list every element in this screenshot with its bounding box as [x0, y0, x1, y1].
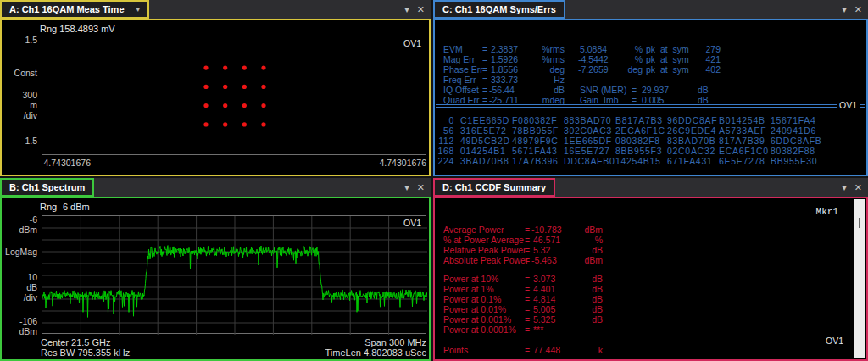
overload-indicator: OV1 — [837, 100, 860, 110]
collapse-caret-icon[interactable]: ▾ — [842, 5, 847, 14]
text-cell: 014254B1 — [460, 146, 505, 156]
collapse-caret-icon[interactable]: ▾ — [404, 183, 409, 192]
overload-indicator: OV1 — [403, 38, 421, 48]
panel-c-content[interactable]: EVM=2.3837%rms5.0884%pk at sym279Mag Err… — [433, 19, 868, 176]
tab-b-spectrum[interactable]: B: Ch1 Spectrum — [0, 178, 94, 197]
text-cell: Power at 0.001% — [443, 314, 511, 325]
panel-b-content: Rng -6 dBm -6 dBm LogMag 10 dB /div -106… — [0, 197, 431, 361]
spectrum-plot-area[interactable]: OV1 — [42, 215, 426, 334]
spectrum-canvas — [42, 216, 427, 335]
text-cell: = — [525, 284, 530, 294]
text-cell: %rms — [522, 54, 565, 64]
panel-spectrum: B: Ch1 Spectrum ▾ ✕ Rng -6 dBm -6 dBm Lo… — [0, 178, 431, 361]
y-axis-scale-unit: dB — [2, 282, 37, 292]
x-axis-left-label: -4.74301676 — [41, 158, 91, 168]
span-label: Span 300 MHz — [257, 337, 426, 347]
text-cell: 240941D6 — [771, 125, 816, 136]
collapse-caret-icon[interactable]: ▾ — [404, 5, 409, 14]
text-cell: = — [525, 255, 530, 265]
text-cell: Power at 0.0001% — [443, 325, 516, 335]
collapse-caret-icon[interactable]: ▾ — [842, 183, 847, 192]
panel-d-content[interactable]: Mkr1 Average Power=-10.783dBm% at Power … — [433, 197, 868, 361]
tab-d-label: D: Ch1 CCDF Summary — [442, 182, 546, 192]
y-axis-bottom-label: -1.5 — [2, 136, 37, 146]
scrollbar-thumb[interactable] — [859, 218, 860, 228]
close-icon[interactable]: ✕ — [854, 183, 862, 192]
text-cell: = — [525, 235, 530, 245]
center-freq-label: Center 21.5 GHz — [41, 337, 111, 347]
tab-dropdown-caret-icon[interactable]: ▾ — [136, 5, 141, 14]
y-axis-scale-label: 300 — [2, 90, 37, 100]
panel-ccdf-summary: D: Ch1 CCDF Summary ▾ ✕ Mkr1 Average Pow… — [433, 178, 868, 361]
x-axis-right-label: 4.74301676 — [257, 158, 426, 168]
section-divider-line — [436, 107, 865, 108]
text-cell: 6E5E7278 — [719, 156, 765, 166]
text-cell: Power at 10% — [443, 274, 498, 284]
text-cell: 316E5E72 — [460, 125, 507, 136]
text-cell: 29.937 — [642, 85, 669, 95]
panel-c-titlebar: C: Ch1 16QAM Syms/Errs ▾ ✕ — [433, 0, 868, 19]
text-cell: dB — [560, 314, 603, 325]
text-cell: 4.401 — [533, 284, 555, 294]
text-cell: Power at 1% — [443, 284, 494, 294]
text-cell: 6DDC8AFB — [771, 136, 821, 146]
text-cell: Mag Err — [443, 54, 475, 64]
text-cell: 333.73 — [491, 75, 518, 85]
text-cell: 279 — [678, 44, 721, 54]
text-cell: Power at 0.01% — [443, 304, 506, 314]
tab-d-ccdf[interactable]: D: Ch1 CCDF Summary — [433, 178, 555, 197]
constellation-plot-area[interactable]: OV1 — [42, 36, 426, 155]
text-cell: 421 — [678, 54, 721, 64]
text-cell: 3BAD70B8 — [460, 156, 509, 166]
text-cell: dB — [560, 284, 603, 294]
text-cell: % at Power Average — [443, 235, 524, 245]
text-cell: = — [525, 225, 530, 235]
text-cell: Relative Peak Power — [443, 245, 526, 255]
text-cell: dB — [560, 304, 603, 314]
text-cell: dB — [522, 85, 565, 95]
tab-a-meas-time[interactable]: A: Ch1 16QAM Meas Time ▾ — [0, 0, 149, 19]
text-cell: 5671FA43 — [512, 146, 557, 156]
text-cell: dB — [560, 274, 603, 284]
text-cell: DDC8AFB0 — [564, 156, 615, 166]
text-cell: Absolute Peak Power — [443, 255, 528, 265]
text-cell: 14254B15 — [615, 156, 660, 166]
text-cell: 2ECA6F1C — [615, 125, 665, 136]
text-cell: deg — [522, 64, 565, 75]
text-cell: 883BAD70 — [564, 115, 611, 125]
range-readout: Rng -6 dBm — [40, 202, 90, 212]
tab-c-syms-errs[interactable]: C: Ch1 16QAM Syms/Errs — [433, 0, 565, 19]
text-cell: 15671FA4 — [771, 115, 815, 125]
text-cell: 46.571 — [533, 235, 560, 245]
text-cell: Points — [443, 345, 468, 355]
text-cell: = — [482, 75, 487, 85]
text-cell: 112 — [435, 136, 454, 146]
y-axis-bottom-label: -106 — [2, 316, 37, 326]
text-cell: BB955F30 — [771, 156, 817, 166]
text-cell: Freq Err — [443, 75, 476, 85]
text-cell: = — [525, 274, 530, 284]
text-cell: ECA6F1C0 — [719, 146, 769, 156]
overload-indicator: OV1 — [403, 218, 421, 228]
text-cell: 080382F8 — [615, 136, 660, 146]
close-icon[interactable]: ✕ — [417, 5, 425, 14]
close-icon[interactable]: ✕ — [854, 5, 862, 14]
text-cell: 48979F9C — [512, 136, 559, 146]
panel-b-titlebar: B: Ch1 Spectrum ▾ ✕ — [0, 178, 431, 197]
vertical-scrollbar[interactable] — [854, 199, 865, 358]
text-cell: 4.814 — [533, 294, 555, 304]
constellation-canvas — [42, 36, 427, 156]
y-axis-bottom-unit: dBm — [2, 326, 37, 336]
section-divider-line — [436, 104, 865, 105]
text-cell: 77.448 — [533, 345, 560, 355]
text-cell: 8BB955F3 — [615, 146, 662, 156]
tab-a-label: A: Ch1 16QAM Meas Time — [9, 4, 125, 14]
text-cell: 224 — [435, 156, 454, 166]
text-cell: 16E5E727 — [564, 146, 610, 156]
text-cell: 302C0AC3 — [564, 125, 612, 136]
text-cell: A5733AEF — [719, 125, 766, 136]
text-cell: = — [525, 304, 530, 314]
close-icon[interactable]: ✕ — [417, 183, 425, 192]
panel-meas-time: A: Ch1 16QAM Meas Time ▾ ▾ ✕ Rng 158.489… — [0, 0, 431, 176]
text-cell: Hz — [522, 75, 565, 85]
